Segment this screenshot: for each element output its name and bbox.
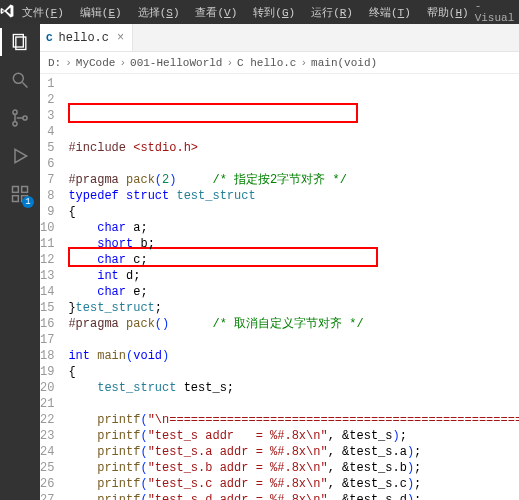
chevron-right-icon: › xyxy=(65,57,72,69)
chevron-right-icon: › xyxy=(119,57,126,69)
code-line[interactable]: int main(void) xyxy=(64,348,519,364)
menu-f[interactable]: 文件(F) xyxy=(16,3,70,22)
code-line[interactable]: int d; xyxy=(64,268,519,284)
svg-point-2 xyxy=(13,73,23,83)
chevron-right-icon: › xyxy=(300,57,307,69)
menu-v[interactable]: 查看(V) xyxy=(189,3,243,22)
title-bar: 文件(F)编辑(E)选择(S)查看(V)转到(G)运行(R)终端(T)帮助(H)… xyxy=(0,0,519,24)
chevron-right-icon: › xyxy=(226,57,233,69)
code-line[interactable]: { xyxy=(64,204,519,220)
code-line[interactable]: #include <stdio.h> xyxy=(64,140,519,156)
code-line[interactable]: }test_struct; xyxy=(64,300,519,316)
annotation-box-1 xyxy=(68,103,358,123)
tab-label: hello.c xyxy=(59,31,109,45)
code-line[interactable]: printf("test_s.a addr = %#.8x\n", &test_… xyxy=(64,444,519,460)
svg-rect-10 xyxy=(22,187,28,193)
explorer-icon[interactable] xyxy=(8,30,32,54)
breadcrumb[interactable]: D:›MyCode›001-HelloWorld›C hello.c›main(… xyxy=(40,52,519,74)
code-line[interactable]: #pragma pack(2) /* 指定按2字节对齐 */ xyxy=(64,172,519,188)
menu-r[interactable]: 运行(R) xyxy=(305,3,359,22)
tab-hello-c[interactable]: C hello.c × xyxy=(40,24,133,51)
search-icon[interactable] xyxy=(8,68,32,92)
code-editor[interactable]: 1234567891011121314151617181920212223242… xyxy=(40,74,519,500)
code-content[interactable]: #include <stdio.h>#pragma pack(2) /* 指定按… xyxy=(64,74,519,500)
breadcrumb-segment[interactable]: C hello.c xyxy=(237,57,296,69)
code-line[interactable]: #pragma pack() /* 取消自定义字节对齐 */ xyxy=(64,316,519,332)
extensions-badge: 1 xyxy=(22,196,34,208)
source-control-icon[interactable] xyxy=(8,106,32,130)
svg-point-5 xyxy=(13,122,17,126)
vscode-logo-icon xyxy=(0,4,14,21)
svg-point-6 xyxy=(23,116,27,120)
menu-h[interactable]: 帮助(H) xyxy=(421,3,475,22)
menu-t[interactable]: 终端(T) xyxy=(363,3,417,22)
code-line[interactable]: char c; xyxy=(64,252,519,268)
code-line[interactable]: printf("test_s.c addr = %#.8x\n", &test_… xyxy=(64,476,519,492)
run-debug-icon[interactable] xyxy=(8,144,32,168)
breadcrumb-segment[interactable]: 001-HelloWorld xyxy=(130,57,222,69)
line-number-gutter: 1234567891011121314151617181920212223242… xyxy=(40,74,64,500)
menu-g[interactable]: 转到(G) xyxy=(247,3,301,22)
code-line[interactable]: printf("\n==============================… xyxy=(64,412,519,428)
svg-line-3 xyxy=(23,83,28,88)
menu-e[interactable]: 编辑(E) xyxy=(74,3,128,22)
code-line[interactable] xyxy=(64,156,519,172)
code-line[interactable]: short b; xyxy=(64,236,519,252)
svg-rect-7 xyxy=(13,187,19,193)
menu-s[interactable]: 选择(S) xyxy=(132,3,186,22)
code-line[interactable]: printf("test_s.d addr = %#.8x\n", &test_… xyxy=(64,492,519,500)
code-line[interactable]: { xyxy=(64,364,519,380)
code-line[interactable] xyxy=(64,396,519,412)
code-line[interactable]: char e; xyxy=(64,284,519,300)
c-file-icon: C xyxy=(46,32,53,44)
activity-bar: 1 xyxy=(0,24,40,500)
close-icon[interactable]: × xyxy=(115,31,126,45)
extensions-icon[interactable]: 1 xyxy=(8,182,32,206)
code-line[interactable]: test_struct test_s; xyxy=(64,380,519,396)
code-line[interactable]: typedef struct test_struct xyxy=(64,188,519,204)
editor-tabs: C hello.c × xyxy=(40,24,519,52)
code-line[interactable]: char a; xyxy=(64,220,519,236)
svg-rect-8 xyxy=(13,196,19,202)
breadcrumb-segment[interactable]: MyCode xyxy=(76,57,116,69)
main-menus: 文件(F)编辑(E)选择(S)查看(V)转到(G)运行(R)终端(T)帮助(H) xyxy=(16,3,475,22)
breadcrumb-segment[interactable]: main(void) xyxy=(311,57,377,69)
code-line[interactable] xyxy=(64,332,519,348)
svg-point-4 xyxy=(13,110,17,114)
code-line[interactable]: printf("test_s addr = %#.8x\n", &test_s)… xyxy=(64,428,519,444)
code-line[interactable]: printf("test_s.b addr = %#.8x\n", &test_… xyxy=(64,460,519,476)
breadcrumb-segment[interactable]: D: xyxy=(48,57,61,69)
